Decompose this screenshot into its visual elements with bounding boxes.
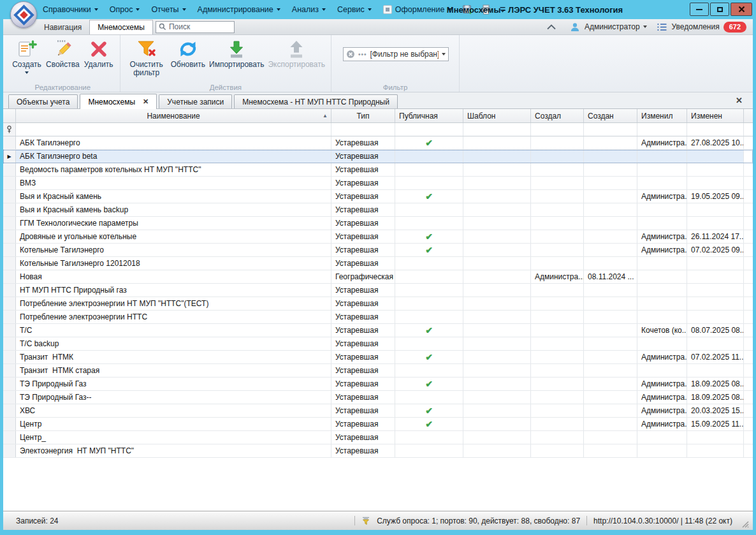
table-row[interactable]: НоваяГеографическаяАдминистра...08.11.20…	[3, 270, 753, 284]
doc-tab-label: Мнемосхемы	[88, 98, 135, 106]
minimize-button[interactable]	[690, 3, 709, 16]
filter-cell-public[interactable]	[395, 123, 463, 136]
table-row[interactable]: Котельные ТагилэнергоУстаревшая✔Админист…	[3, 244, 753, 257]
table-row[interactable]: Потребление электроэнергии НТТСУстаревша…	[3, 311, 753, 324]
table-row[interactable]: АБК ТагилэнергоУстаревшая✔Администра...2…	[3, 136, 753, 150]
cell-public	[395, 257, 463, 270]
grid-header-row: Наименование▲ Тип Публичная Шаблон Созда…	[3, 109, 753, 123]
delete-button[interactable]: Удалить	[82, 37, 116, 71]
tab-close-icon[interactable]: ✕	[143, 98, 149, 106]
cell-created: 08.11.2024 ...	[584, 270, 637, 283]
clear-filter-circle-icon[interactable]	[346, 50, 355, 59]
menu-administration[interactable]: Администрирование	[192, 0, 286, 19]
header-created-by[interactable]: Создал	[531, 109, 584, 122]
chevron-down-icon	[643, 26, 647, 28]
ribbon-tab-navigation[interactable]: Навигация	[36, 20, 89, 34]
cell-type: Устаревшая	[331, 324, 395, 337]
refresh-button[interactable]: Обновить	[169, 37, 207, 71]
doc-tab-accounts[interactable]: Учетные записи	[159, 94, 232, 108]
filter-cell-template[interactable]	[463, 123, 531, 136]
cell-modified-by: Кочетов (ко...	[637, 324, 687, 337]
menu-reports[interactable]: Отчеты	[145, 0, 191, 19]
cell-modified-by: Администра...	[637, 418, 687, 430]
table-row[interactable]: Котельные Тагилэнерго 12012018Устаревшая	[3, 257, 753, 270]
table-row[interactable]: ▶АБК Тагилэнерго betaУстаревшая	[3, 150, 753, 163]
cell-public: ✔	[395, 244, 463, 256]
row-indicator	[3, 404, 16, 417]
chevron-down-icon	[442, 53, 446, 55]
header-modified[interactable]: Изменен	[687, 109, 744, 122]
notifications-button[interactable]: Уведомления 672	[672, 22, 746, 33]
table-row[interactable]: ГГМ Технологические параметрыУстаревшая	[3, 217, 753, 230]
chevron-up-icon	[546, 24, 556, 30]
document-tab-bar: Объекты учета Мнемосхемы ✕ Учетные запис…	[3, 92, 753, 109]
menu-analysis[interactable]: Анализ	[286, 0, 331, 19]
menu-label: Анализ	[292, 5, 319, 14]
cell-created	[584, 418, 637, 430]
properties-button[interactable]: Свойства	[44, 37, 82, 71]
header-name[interactable]: Наименование▲	[16, 109, 331, 122]
filter-cell-type[interactable]	[331, 123, 395, 136]
table-row[interactable]: ЦентрУстаревшая✔Администра...15.09.2025 …	[3, 418, 753, 431]
cell-template	[463, 177, 531, 189]
menu-appearance[interactable]: Оформление	[377, 0, 458, 19]
table-row[interactable]: Транзит НТМК стараяУстаревшая	[3, 364, 753, 377]
filter-cell-name[interactable]	[16, 123, 331, 136]
header-type[interactable]: Тип	[331, 109, 395, 122]
collapse-ribbon-button[interactable]	[546, 21, 556, 33]
table-row[interactable]: Выя и Красный каменьУстаревшая✔Администр…	[3, 190, 753, 203]
menu-directories[interactable]: Справочники	[37, 0, 104, 19]
filter-combobox[interactable]: ••• [Фильтр не выбран]	[343, 47, 449, 61]
filter-cell-created[interactable]	[584, 123, 637, 136]
import-button[interactable]: Импортировать	[207, 37, 266, 71]
filter-cell-modified-by[interactable]	[637, 123, 687, 136]
menu-service[interactable]: Сервис	[331, 0, 377, 19]
chevron-down-icon	[25, 71, 29, 74]
export-button[interactable]: Экспортировать	[266, 37, 327, 71]
cell-created-by	[531, 190, 584, 203]
clear-filter-button[interactable]: Очистить фильтр	[124, 37, 169, 79]
header-public[interactable]: Публичная	[395, 109, 463, 122]
cell-modified: 07.02.2025 09...	[687, 244, 744, 256]
header-label: Шаблон	[467, 112, 495, 121]
table-row[interactable]: Выя и Красный камень backupУстаревшая	[3, 203, 753, 217]
table-row[interactable]: ТЭ Природный Газ--УстаревшаяАдминистра..…	[3, 391, 753, 404]
doc-tab-objects[interactable]: Объекты учета	[8, 94, 78, 108]
user-menu[interactable]: Администратор	[585, 22, 647, 31]
cell-created	[584, 190, 637, 203]
cell-template	[463, 230, 531, 243]
table-row[interactable]: Электоэнергия НТ МУП "НТТС"Устаревшая	[3, 444, 753, 458]
records-count: Записей: 24	[16, 517, 59, 525]
filter-cell-created-by[interactable]	[531, 123, 584, 136]
table-row[interactable]: Транзит НТМКУстаревшая✔Администра...07.0…	[3, 351, 753, 364]
import-label: Импортировать	[209, 61, 264, 69]
table-row[interactable]: ВМЗУстаревшая	[3, 177, 753, 190]
public-check-icon: ✔	[425, 192, 433, 201]
search-input[interactable]	[169, 22, 231, 31]
resize-grip[interactable]	[741, 520, 749, 528]
doc-tab-mnemoscheme-nt[interactable]: Мнемосхема - НТ МУП НТТС Природный	[234, 94, 398, 108]
header-template[interactable]: Шаблон	[463, 109, 531, 122]
panel-close-button[interactable]: ✕	[736, 96, 743, 105]
table-row[interactable]: Дровяные и угольные котельныеУстаревшая✔…	[3, 230, 753, 244]
create-button[interactable]: Создать	[10, 37, 44, 76]
cell-public	[395, 177, 463, 189]
maximize-button[interactable]	[710, 3, 729, 16]
doc-tab-mnemoschemes[interactable]: Мнемосхемы ✕	[80, 94, 157, 109]
menu-poll[interactable]: Опрос	[104, 0, 146, 19]
table-row[interactable]: Ведомость параметров котельных НТ МУП "Н…	[3, 163, 753, 177]
table-row[interactable]: ХВСУстаревшая✔Администра...20.03.2025 15…	[3, 404, 753, 418]
ribbon-tab-mnemoschemes[interactable]: Мнемосхемы	[89, 20, 153, 34]
cell-created-by	[531, 444, 584, 457]
table-row[interactable]: Центр_Устаревшая	[3, 431, 753, 444]
table-row[interactable]: ТЭ Природный ГазУстаревшая✔Администра...…	[3, 377, 753, 391]
table-row[interactable]: НТ МУП НТТС Природный газУстаревшая	[3, 284, 753, 297]
filter-cell-modified[interactable]	[687, 123, 744, 136]
close-button[interactable]	[731, 3, 752, 16]
header-modified-by[interactable]: Изменил	[637, 109, 687, 122]
table-row[interactable]: Т/С backupУстаревшая	[3, 337, 753, 351]
header-created[interactable]: Создан	[584, 109, 637, 122]
table-row[interactable]: Т/СУстаревшая✔Кочетов (ко...08.07.2025 0…	[3, 324, 753, 337]
table-row[interactable]: Потребление электроэнергии НТ МУП "НТТС"…	[3, 297, 753, 311]
ribbon-page-row: Навигация Мнемосхемы Администратор Уведо…	[3, 19, 753, 35]
